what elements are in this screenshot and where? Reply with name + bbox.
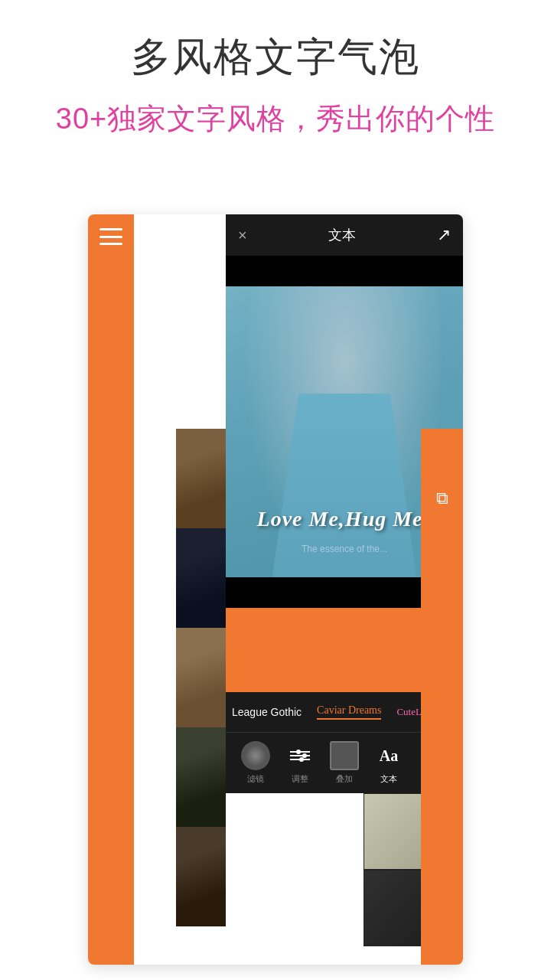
filter-tool[interactable]: 滤镜 bbox=[241, 741, 270, 785]
close-button[interactable]: × bbox=[238, 227, 247, 244]
left-thumb-2[interactable] bbox=[176, 528, 226, 628]
adjust-icon bbox=[285, 741, 315, 770]
top-bar-title: 文本 bbox=[328, 226, 356, 244]
export-button[interactable]: ↗ bbox=[437, 225, 451, 245]
phone-mockup: ⧉ × 文本 ↗ Love Me,Hug Me! The essence of … bbox=[88, 214, 463, 965]
top-bar: × 文本 ↗ bbox=[226, 214, 463, 256]
text-tool[interactable]: Aa 文本 bbox=[374, 741, 403, 785]
left-thumbnails bbox=[176, 429, 226, 926]
grid-item-1[interactable] bbox=[364, 793, 423, 870]
left-thumb-3[interactable] bbox=[176, 628, 226, 727]
left-thumb-1[interactable] bbox=[176, 429, 226, 528]
top-section: 多风格文字气泡 30+独家文字风格，秀出你的个性 bbox=[0, 0, 551, 154]
left-thumb-5[interactable] bbox=[176, 827, 226, 926]
copy-icon[interactable]: ⧉ bbox=[436, 488, 448, 508]
page-subtitle: 30+独家文字风格，秀出你的个性 bbox=[15, 100, 536, 139]
overlay-label: 叠加 bbox=[336, 773, 353, 785]
right-orange-strip: ⧉ bbox=[421, 429, 463, 965]
adjust-label: 调整 bbox=[292, 773, 308, 785]
font-caviar-dreams[interactable]: Caviar Dreams bbox=[317, 704, 381, 720]
overlay-tool[interactable]: 叠加 bbox=[330, 741, 359, 785]
grid-item-5[interactable] bbox=[364, 870, 423, 946]
filter-label: 滤镜 bbox=[247, 773, 264, 785]
sidebar-left bbox=[88, 214, 134, 965]
left-thumb-4[interactable] bbox=[176, 727, 226, 827]
text-label: 文本 bbox=[380, 773, 397, 785]
black-bar-top bbox=[226, 256, 463, 286]
font-league-gothic[interactable]: League Gothic bbox=[232, 706, 302, 718]
filter-icon bbox=[241, 741, 270, 770]
overlay-icon bbox=[330, 741, 359, 770]
adjust-tool[interactable]: 调整 bbox=[285, 741, 315, 785]
text-icon: Aa bbox=[374, 741, 403, 770]
hamburger-button[interactable] bbox=[99, 228, 122, 245]
page-title: 多风格文字气泡 bbox=[15, 31, 536, 84]
